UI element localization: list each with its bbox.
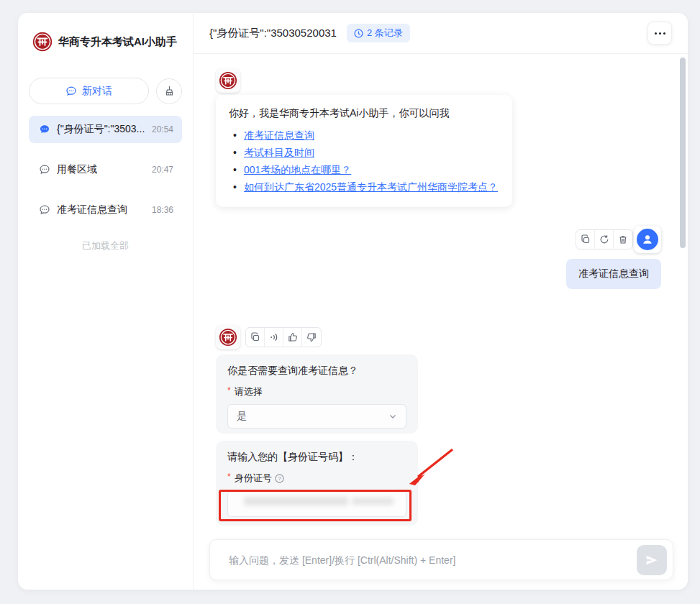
list-item: 如何到达广东省2025普通专升本考试广州华商学院考点？ (229, 178, 499, 196)
help-icon[interactable]: ? (275, 474, 284, 483)
copy-button[interactable] (576, 230, 595, 249)
conversation-time: 20:54 (152, 124, 173, 134)
thumbs-down-button[interactable] (302, 328, 321, 347)
composer (209, 539, 673, 580)
thumbs-up-button[interactable] (283, 328, 302, 347)
chat-bubble-outline-icon (39, 164, 50, 175)
required-asterisk: * (227, 472, 231, 482)
dot-icon (659, 32, 661, 35)
confirm-select-dropdown[interactable]: 是 (227, 404, 406, 429)
conversation-header-title: {"身份证号":"35030520031 (209, 27, 337, 40)
welcome-greeting: 你好，我是华商专升本考试Ai小助手，你可以问我 (229, 107, 499, 120)
bot-message-toolbar (245, 327, 322, 347)
suggestion-link-exam-ticket[interactable]: 准考证信息查询 (244, 127, 314, 144)
brand: 华商专升本考试AI小助手 (18, 13, 193, 52)
record-count-label: 2 条记录 (367, 27, 403, 40)
suggestion-link-venue[interactable]: 001考场的地点在哪里？ (244, 161, 351, 178)
clear-history-button[interactable] (156, 78, 182, 104)
loaded-all-label: 已加载全部 (18, 224, 193, 252)
user-avatar (634, 226, 661, 253)
bot-avatar (216, 68, 240, 93)
svg-text:?: ? (278, 475, 281, 482)
chat-bubble-icon (65, 86, 77, 97)
field-label-text: 身份证号 (235, 472, 272, 485)
id-number-form-card: 请输入您的【身份证号码】： * 身份证号 ? (216, 441, 418, 526)
select-field-label: * 请选择 (227, 385, 406, 398)
field-label-text: 请选择 (235, 385, 263, 398)
broom-icon (163, 85, 176, 97)
chat-bubble-outline-icon (39, 204, 50, 216)
app-title: 华商专升本考试AI小助手 (58, 35, 177, 49)
suggestion-link-subjects[interactable]: 考试科目及时间 (244, 144, 314, 161)
chevron-down-icon (388, 412, 397, 421)
confirm-query-form-card: 你是否需要查询准考证信息？ * 请选择 是 (216, 354, 418, 434)
user-message-toolbar (576, 229, 633, 250)
delete-button[interactable] (614, 230, 632, 249)
scrollbar-thumb[interactable] (680, 58, 686, 248)
required-asterisk: * (227, 385, 231, 395)
send-button[interactable] (637, 545, 667, 575)
conversation-item[interactable]: 用餐区域 20:47 (29, 156, 182, 183)
conversation-item-current[interactable]: {"身份证号":"3503... 20:54 (29, 116, 182, 143)
dot-icon (663, 32, 665, 35)
new-chat-button[interactable]: 新对话 (29, 78, 149, 104)
clock-icon (354, 29, 363, 38)
id-field-label: * 身份证号 ? (227, 472, 406, 485)
copy-button[interactable] (246, 328, 265, 347)
suggestion-links: 准考证信息查询 考试科目及时间 001考场的地点在哪里？ 如何到达广东省2025… (229, 127, 499, 196)
conversation-title: 准考证信息查询 (57, 203, 145, 216)
conversation-time: 18:36 (152, 205, 173, 215)
list-item: 考试科目及时间 (229, 144, 499, 161)
app-window: 华商专升本考试AI小助手 新对话 (18, 13, 688, 590)
send-icon (645, 553, 659, 567)
regenerate-button[interactable] (595, 230, 614, 249)
main-panel: {"身份证号":"35030520031 2 条记录 (194, 13, 688, 590)
redacted-value (352, 498, 394, 505)
list-item: 001考场的地点在哪里？ (229, 161, 499, 178)
conversation-list: {"身份证号":"3503... 20:54 用餐区域 20:47 (18, 104, 193, 224)
redacted-value (244, 497, 348, 505)
bot-avatar (216, 325, 240, 349)
suggestion-link-directions[interactable]: 如何到达广东省2025普通专升本考试广州华商学院考点？ (244, 178, 498, 196)
welcome-message-card: 你好，我是华商专升本考试Ai小助手，你可以问我 准考证信息查询 考试科目及时间 … (216, 95, 512, 207)
read-aloud-button[interactable] (265, 328, 283, 347)
chat-area: 你好，我是华商专升本考试Ai小助手，你可以问我 准考证信息查询 考试科目及时间 … (194, 54, 688, 590)
person-icon (637, 229, 658, 250)
brand-logo-icon (32, 32, 53, 52)
message-input[interactable] (229, 554, 637, 566)
form-question: 你是否需要查询准考证信息？ (227, 365, 406, 378)
conversation-title: {"身份证号":"3503... (57, 123, 145, 136)
form-question: 请输入您的【身份证号码】： (227, 451, 406, 464)
more-options-button[interactable] (647, 22, 672, 45)
chat-header: {"身份证号":"35030520031 2 条记录 (194, 13, 688, 54)
selected-option: 是 (237, 410, 247, 423)
list-item: 准考证信息查询 (229, 127, 499, 144)
record-count-badge[interactable]: 2 条记录 (347, 24, 410, 42)
id-number-input[interactable] (227, 490, 406, 517)
new-chat-label: 新对话 (82, 85, 112, 98)
conversation-time: 20:47 (152, 165, 173, 175)
conversation-title: 用餐区域 (57, 163, 145, 176)
sidebar: 华商专升本考试AI小助手 新对话 (18, 13, 194, 590)
dot-icon (655, 32, 657, 35)
user-message-bubble: 准考证信息查询 (566, 259, 661, 289)
conversation-item[interactable]: 准考证信息查询 18:36 (29, 196, 182, 224)
chat-bubble-filled-icon (39, 124, 50, 135)
